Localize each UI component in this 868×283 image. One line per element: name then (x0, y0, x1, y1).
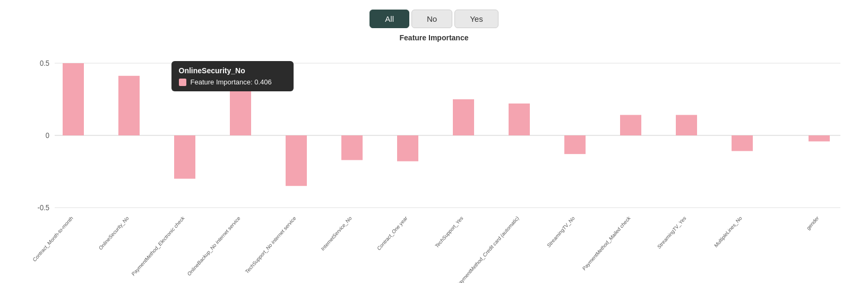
bar-streaming-tv-no (564, 135, 586, 154)
chart-container: OnlineSecurity_No Feature Importance: 0.… (23, 45, 846, 226)
svg-text:TechSupport_No internet servic: TechSupport_No internet service (244, 215, 297, 275)
filter-yes-button[interactable]: Yes (454, 10, 498, 28)
feature-importance-chart: 0.5 0 -0.5 Contract_Month-to-month Onlin… (23, 45, 846, 226)
bar-techsupport-yes (453, 99, 474, 135)
chart-area: Feature Importance OnlineSecurity_No Fea… (23, 33, 846, 226)
bar-payment-mailed (620, 115, 641, 135)
chart-title: Feature Importance (23, 33, 846, 42)
svg-text:PaymentMethod_Credit card (aut: PaymentMethod_Credit card (automatic) (455, 215, 520, 283)
bar-internet-service-no (341, 135, 363, 160)
svg-text:Contract_One year: Contract_One year (376, 215, 409, 252)
bar-online-backup (230, 81, 251, 135)
svg-text:TechSupport_Yes: TechSupport_Yes (434, 215, 464, 250)
filter-buttons: All No Yes (0, 0, 868, 28)
bar-contract-one-year (397, 135, 418, 161)
svg-text:PaymentMethod_Electronic check: PaymentMethod_Electronic check (130, 215, 185, 277)
svg-text:-0.5: -0.5 (37, 203, 49, 212)
bar-techsupport-no (286, 135, 307, 186)
filter-all-button[interactable]: All (369, 10, 409, 28)
svg-text:PaymentMethod_Mailed check: PaymentMethod_Mailed check (581, 215, 631, 272)
svg-text:MultipleLines_No: MultipleLines_No (713, 215, 743, 249)
svg-text:0.5: 0.5 (39, 58, 49, 67)
svg-text:0: 0 (45, 131, 49, 140)
svg-text:InternetService_No: InternetService_No (320, 215, 353, 252)
bar-payment-credit (509, 104, 530, 135)
bar-gender (809, 135, 830, 141)
bar-online-security-no (118, 76, 140, 135)
svg-text:gender: gender (805, 215, 820, 231)
filter-no-button[interactable]: No (411, 10, 452, 28)
bar-contract-month (63, 63, 84, 135)
svg-text:StreamingTV_Yes: StreamingTV_Yes (656, 215, 687, 250)
bar-streaming-tv-yes (676, 115, 697, 135)
svg-text:OnlineSecurity_No: OnlineSecurity_No (98, 215, 130, 251)
bar-payment-electronic (174, 135, 195, 179)
svg-text:Contract_Month-to-month: Contract_Month-to-month (31, 215, 74, 263)
svg-text:OnlineBackup_No internet servi: OnlineBackup_No internet service (186, 215, 240, 277)
bar-multiplelines-no (732, 135, 753, 151)
svg-text:StreamingTV_No: StreamingTV_No (546, 215, 575, 249)
